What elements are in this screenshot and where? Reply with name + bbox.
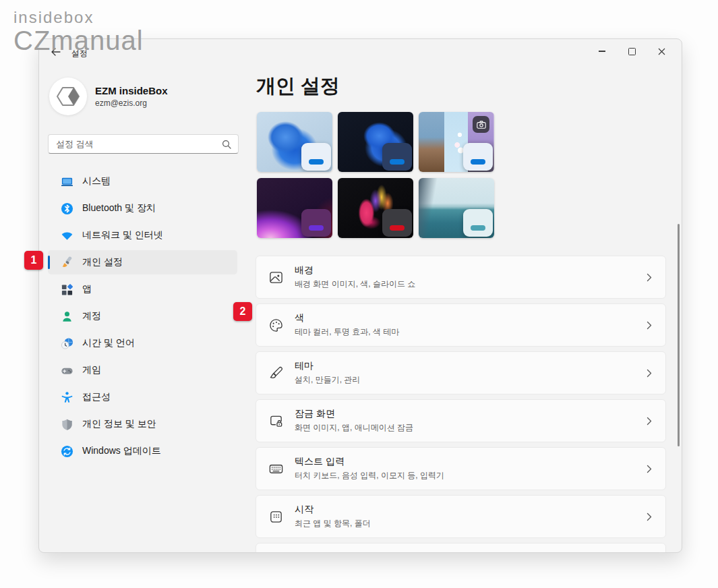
back-arrow-icon: [51, 47, 61, 59]
accent-pill: [390, 225, 405, 231]
apps-icon: [60, 283, 73, 296]
palette-icon: [268, 317, 284, 333]
chevron-right-icon: [647, 321, 652, 330]
accent-pill: [471, 225, 485, 231]
chevron-right-icon: [647, 512, 652, 521]
theme-tile-captured-motion[interactable]: [338, 178, 413, 238]
back-button[interactable]: [46, 45, 65, 60]
settings-card-background[interactable]: 배경배경 화면 이미지, 색, 슬라이드 쇼: [256, 256, 666, 299]
accessibility-icon: [60, 390, 73, 404]
search-input[interactable]: [49, 139, 222, 149]
insidebox-logo-icon: [56, 86, 80, 107]
theme-tile-custom-photos[interactable]: [419, 112, 494, 172]
sidebar-item-label: 계정: [82, 310, 101, 322]
settings-window: 설정 EZM insideBox ezm@ezis.org: [38, 38, 682, 553]
sidebar-item-privacy-security[interactable]: 개인 정보 및 보안: [48, 412, 237, 436]
page-title: 개인 설정: [256, 73, 340, 100]
bluetooth-icon: [60, 202, 73, 215]
sidebar-item-time-language[interactable]: 시간 및 언어: [48, 331, 237, 355]
settings-list: 배경배경 화면 이미지, 색, 슬라이드 쇼색테마 컬러, 투명 효과, 색 테…: [256, 256, 666, 553]
page: insidebox CZmanual 설정 EZM in: [0, 0, 718, 588]
theme-preview-card: [382, 209, 412, 237]
sidebar-item-label: 앱: [82, 283, 92, 295]
card-subtitle: 설치, 만들기, 관리: [295, 374, 647, 386]
card-subtitle: 배경 화면 이미지, 색, 슬라이드 쇼: [295, 278, 647, 290]
sidebar-item-label: Windows 업데이트: [82, 445, 161, 457]
card-subtitle: 화면 이미지, 앱, 애니메이션 잠금: [295, 422, 647, 434]
sidebar-item-apps[interactable]: 앱: [48, 277, 237, 301]
close-button[interactable]: [647, 41, 676, 61]
theme-preview-card: [463, 143, 493, 171]
theme-tile-dark-bloom[interactable]: [338, 112, 413, 172]
sidebar-item-bluetooth-devices[interactable]: Bluetooth 및 장치: [48, 196, 237, 220]
image-icon: [268, 269, 284, 285]
card-title: 시작: [295, 504, 647, 516]
minimize-icon: [599, 51, 605, 51]
search-box: [48, 134, 239, 154]
sidebar-item-label: 개인 정보 및 보안: [82, 418, 156, 430]
profile-name: EZM insideBox: [95, 85, 168, 96]
window-title: 설정: [71, 48, 88, 59]
camera-icon: [473, 116, 489, 133]
theme-preview-card: [382, 143, 412, 171]
card-title: 잠금 화면: [295, 408, 647, 420]
annotation-step-1: 1: [24, 251, 43, 270]
sidebar-item-gaming[interactable]: 게임: [48, 358, 237, 382]
selected-indicator: [48, 256, 50, 269]
sidebar-item-windows-update[interactable]: Windows 업데이트: [48, 439, 237, 463]
sidebar-item-label: Bluetooth 및 장치: [82, 202, 156, 214]
card-subtitle: 최근 앱 및 항목, 폴더: [295, 518, 647, 529]
sidebar-item-accessibility[interactable]: 접근성: [48, 385, 237, 409]
sidebar-item-label: 시간 및 언어: [82, 337, 135, 349]
maximize-button[interactable]: [617, 41, 647, 61]
card-title: 색: [295, 312, 647, 324]
windows-update-icon: [60, 444, 73, 458]
maximize-icon: [628, 48, 636, 55]
user-profile: EZM insideBox ezm@ezis.org: [49, 78, 168, 115]
sidebar-item-personalization[interactable]: 개인 설정: [48, 250, 237, 274]
accounts-icon: [60, 310, 73, 323]
sidebar-item-label: 게임: [82, 364, 101, 376]
settings-card-themes[interactable]: 테마설치, 만들기, 관리: [256, 351, 666, 394]
system-icon: [60, 175, 73, 188]
settings-card-lock-screen[interactable]: 잠금 화면화면 이미지, 앱, 애니메이션 잠금: [256, 399, 666, 442]
theme-tile-light-bloom[interactable]: [257, 112, 332, 172]
keyboard-icon: [268, 461, 284, 477]
search-icon: [222, 140, 231, 149]
sidebar-item-accounts[interactable]: 계정: [48, 304, 237, 328]
lockscreen-icon: [268, 413, 284, 429]
gaming-icon: [60, 363, 73, 377]
minimize-button[interactable]: [587, 41, 617, 61]
accent-pill: [309, 159, 324, 165]
window-controls: [587, 41, 676, 61]
chevron-right-icon: [647, 273, 652, 282]
sidebar-item-label: 네트워크 및 인터넷: [82, 229, 163, 241]
settings-card-start[interactable]: 시작최근 앱 및 항목, 폴더: [256, 495, 666, 538]
sidebar-item-system[interactable]: 시스템: [48, 169, 237, 194]
time-language-icon: [60, 336, 73, 350]
theme-tile-glow[interactable]: [257, 178, 332, 238]
avatar: [49, 78, 87, 115]
settings-card-partial[interactable]: [256, 543, 666, 553]
sidebar-item-label: 접근성: [82, 391, 111, 403]
privacy-icon: [60, 417, 73, 431]
settings-card-colors[interactable]: 색테마 컬러, 투명 효과, 색 테마: [256, 303, 666, 347]
chevron-right-icon: [647, 465, 652, 473]
chevron-right-icon: [647, 417, 652, 425]
profile-email: ezm@ezis.org: [95, 98, 168, 108]
sidebar-item-label: 시스템: [82, 175, 111, 187]
sidebar-item-network-internet[interactable]: 네트워크 및 인터넷: [48, 223, 237, 247]
personalization-icon: [60, 256, 73, 269]
card-title: 테마: [295, 360, 647, 372]
close-icon: [658, 48, 665, 55]
settings-card-text-input[interactable]: 텍스트 입력터치 키보드, 음성 입력, 이모지 등, 입력기: [256, 447, 666, 490]
card-subtitle: 테마 컬러, 투명 효과, 색 테마: [295, 326, 647, 338]
accent-pill: [471, 159, 485, 165]
card-title: 텍스트 입력: [295, 456, 647, 468]
brush-icon: [268, 365, 284, 381]
theme-tiles: [257, 112, 494, 238]
card-title: 배경: [295, 264, 647, 276]
sidebar-item-label: 개인 설정: [82, 256, 123, 268]
theme-tile-sunrise[interactable]: [419, 178, 494, 238]
vertical-scrollbar[interactable]: [678, 224, 680, 446]
